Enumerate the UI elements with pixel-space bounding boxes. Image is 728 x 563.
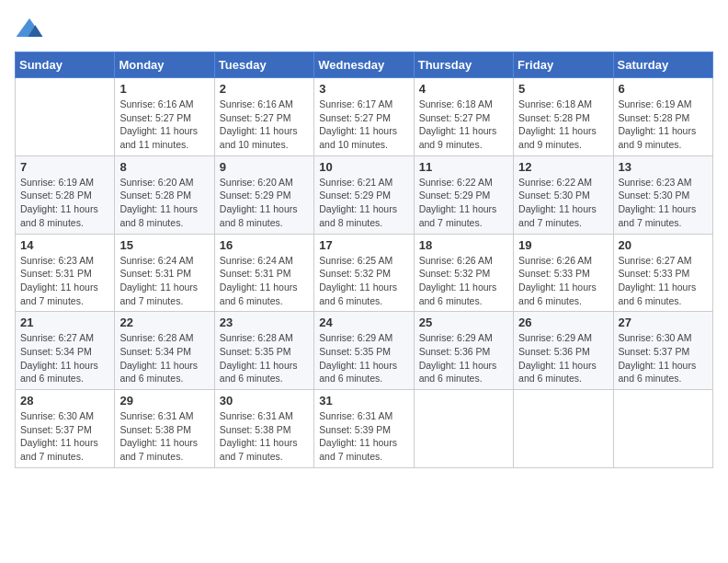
day-cell: 5Sunrise: 6:18 AM Sunset: 5:28 PM Daylig… xyxy=(514,78,613,156)
day-info: Sunrise: 6:16 AM Sunset: 5:27 PM Dayligh… xyxy=(119,98,209,152)
day-cell: 26Sunrise: 6:29 AM Sunset: 5:36 PM Dayli… xyxy=(514,312,613,390)
day-info: Sunrise: 6:29 AM Sunset: 5:36 PM Dayligh… xyxy=(518,331,608,385)
logo xyxy=(15,15,48,44)
day-number: 6 xyxy=(619,82,708,96)
day-info: Sunrise: 6:24 AM Sunset: 5:31 PM Dayligh… xyxy=(220,254,309,308)
day-info: Sunrise: 6:26 AM Sunset: 5:33 PM Dayligh… xyxy=(518,254,608,308)
day-info: Sunrise: 6:26 AM Sunset: 5:32 PM Dayligh… xyxy=(419,254,508,308)
day-number: 15 xyxy=(119,238,209,252)
day-cell: 14Sunrise: 6:23 AM Sunset: 5:31 PM Dayli… xyxy=(16,234,115,312)
day-cell xyxy=(514,390,613,468)
day-cell: 28Sunrise: 6:30 AM Sunset: 5:37 PM Dayli… xyxy=(16,390,115,468)
day-cell: 4Sunrise: 6:18 AM Sunset: 5:27 PM Daylig… xyxy=(414,78,513,156)
header-row: SundayMondayTuesdayWednesdayThursdayFrid… xyxy=(16,52,713,78)
calendar-table: SundayMondayTuesdayWednesdayThursdayFrid… xyxy=(15,52,713,468)
day-info: Sunrise: 6:30 AM Sunset: 5:37 PM Dayligh… xyxy=(20,409,109,464)
day-info: Sunrise: 6:23 AM Sunset: 5:31 PM Dayligh… xyxy=(20,254,109,308)
header-cell-sunday: Sunday xyxy=(16,52,115,78)
day-number: 21 xyxy=(20,316,109,329)
day-number: 5 xyxy=(518,82,608,96)
day-cell: 12Sunrise: 6:22 AM Sunset: 5:30 PM Dayli… xyxy=(514,155,613,234)
day-number: 10 xyxy=(319,160,408,174)
day-cell: 18Sunrise: 6:26 AM Sunset: 5:32 PM Dayli… xyxy=(414,234,513,312)
header-cell-friday: Friday xyxy=(514,52,613,78)
day-number: 8 xyxy=(119,160,209,174)
day-info: Sunrise: 6:27 AM Sunset: 5:33 PM Dayligh… xyxy=(619,254,708,308)
day-number: 29 xyxy=(119,394,209,408)
day-cell: 1Sunrise: 6:16 AM Sunset: 5:27 PM Daylig… xyxy=(115,78,214,156)
day-cell: 9Sunrise: 6:20 AM Sunset: 5:29 PM Daylig… xyxy=(214,155,313,234)
day-number: 24 xyxy=(319,316,408,329)
day-cell: 27Sunrise: 6:30 AM Sunset: 5:37 PM Dayli… xyxy=(613,312,712,390)
day-cell: 22Sunrise: 6:28 AM Sunset: 5:34 PM Dayli… xyxy=(115,312,214,390)
day-number: 25 xyxy=(419,316,508,329)
week-row-4: 21Sunrise: 6:27 AM Sunset: 5:34 PM Dayli… xyxy=(16,312,713,390)
header-cell-wednesday: Wednesday xyxy=(314,52,414,78)
day-number: 22 xyxy=(119,316,209,329)
day-cell: 13Sunrise: 6:23 AM Sunset: 5:30 PM Dayli… xyxy=(613,155,712,234)
day-number: 12 xyxy=(518,160,608,174)
day-info: Sunrise: 6:20 AM Sunset: 5:28 PM Dayligh… xyxy=(119,176,209,230)
day-info: Sunrise: 6:29 AM Sunset: 5:35 PM Dayligh… xyxy=(319,331,408,385)
day-number: 4 xyxy=(419,82,508,96)
day-cell: 17Sunrise: 6:25 AM Sunset: 5:32 PM Dayli… xyxy=(314,234,414,312)
day-cell: 15Sunrise: 6:24 AM Sunset: 5:31 PM Dayli… xyxy=(115,234,214,312)
day-number: 16 xyxy=(220,238,309,252)
day-cell: 19Sunrise: 6:26 AM Sunset: 5:33 PM Dayli… xyxy=(514,234,613,312)
day-info: Sunrise: 6:25 AM Sunset: 5:32 PM Dayligh… xyxy=(319,254,408,308)
day-number: 17 xyxy=(319,238,408,252)
day-info: Sunrise: 6:27 AM Sunset: 5:34 PM Dayligh… xyxy=(20,331,109,385)
day-info: Sunrise: 6:18 AM Sunset: 5:27 PM Dayligh… xyxy=(419,98,508,152)
day-number: 23 xyxy=(220,316,309,329)
week-row-1: 1Sunrise: 6:16 AM Sunset: 5:27 PM Daylig… xyxy=(16,78,713,156)
day-number: 19 xyxy=(518,238,608,252)
header xyxy=(15,15,713,44)
week-row-3: 14Sunrise: 6:23 AM Sunset: 5:31 PM Dayli… xyxy=(16,234,713,312)
day-cell: 29Sunrise: 6:31 AM Sunset: 5:38 PM Dayli… xyxy=(115,390,214,468)
day-cell: 10Sunrise: 6:21 AM Sunset: 5:29 PM Dayli… xyxy=(314,155,414,234)
day-cell: 11Sunrise: 6:22 AM Sunset: 5:29 PM Dayli… xyxy=(414,155,513,234)
day-number: 14 xyxy=(20,238,109,252)
day-number: 20 xyxy=(619,238,708,252)
day-number: 27 xyxy=(619,316,708,329)
day-info: Sunrise: 6:28 AM Sunset: 5:35 PM Dayligh… xyxy=(220,331,309,385)
header-cell-monday: Monday xyxy=(115,52,214,78)
day-info: Sunrise: 6:24 AM Sunset: 5:31 PM Dayligh… xyxy=(119,254,209,308)
day-cell xyxy=(16,78,115,156)
day-info: Sunrise: 6:30 AM Sunset: 5:37 PM Dayligh… xyxy=(619,331,708,385)
day-number: 18 xyxy=(419,238,508,252)
day-number: 30 xyxy=(220,394,309,408)
day-info: Sunrise: 6:21 AM Sunset: 5:29 PM Dayligh… xyxy=(319,176,408,230)
day-cell: 24Sunrise: 6:29 AM Sunset: 5:35 PM Dayli… xyxy=(314,312,414,390)
day-cell: 23Sunrise: 6:28 AM Sunset: 5:35 PM Dayli… xyxy=(214,312,313,390)
day-cell: 30Sunrise: 6:31 AM Sunset: 5:38 PM Dayli… xyxy=(214,390,313,468)
logo-icon xyxy=(15,15,44,44)
day-info: Sunrise: 6:28 AM Sunset: 5:34 PM Dayligh… xyxy=(119,331,209,385)
day-number: 2 xyxy=(220,82,309,96)
day-info: Sunrise: 6:16 AM Sunset: 5:27 PM Dayligh… xyxy=(220,98,309,152)
day-number: 13 xyxy=(619,160,708,174)
day-number: 1 xyxy=(119,82,209,96)
day-info: Sunrise: 6:31 AM Sunset: 5:39 PM Dayligh… xyxy=(319,409,408,464)
day-number: 7 xyxy=(20,160,109,174)
day-info: Sunrise: 6:17 AM Sunset: 5:27 PM Dayligh… xyxy=(319,98,408,152)
week-row-2: 7Sunrise: 6:19 AM Sunset: 5:28 PM Daylig… xyxy=(16,155,713,234)
day-info: Sunrise: 6:19 AM Sunset: 5:28 PM Dayligh… xyxy=(20,176,109,230)
header-cell-saturday: Saturday xyxy=(613,52,712,78)
day-number: 28 xyxy=(20,394,109,408)
day-cell: 31Sunrise: 6:31 AM Sunset: 5:39 PM Dayli… xyxy=(314,390,414,468)
day-cell: 20Sunrise: 6:27 AM Sunset: 5:33 PM Dayli… xyxy=(613,234,712,312)
day-cell: 7Sunrise: 6:19 AM Sunset: 5:28 PM Daylig… xyxy=(16,155,115,234)
week-row-5: 28Sunrise: 6:30 AM Sunset: 5:37 PM Dayli… xyxy=(16,390,713,468)
header-cell-thursday: Thursday xyxy=(414,52,513,78)
day-info: Sunrise: 6:23 AM Sunset: 5:30 PM Dayligh… xyxy=(619,176,708,230)
day-info: Sunrise: 6:22 AM Sunset: 5:30 PM Dayligh… xyxy=(518,176,608,230)
day-info: Sunrise: 6:20 AM Sunset: 5:29 PM Dayligh… xyxy=(220,176,309,230)
day-cell: 25Sunrise: 6:29 AM Sunset: 5:36 PM Dayli… xyxy=(414,312,513,390)
day-info: Sunrise: 6:18 AM Sunset: 5:28 PM Dayligh… xyxy=(518,98,608,152)
day-number: 26 xyxy=(518,316,608,329)
day-info: Sunrise: 6:22 AM Sunset: 5:29 PM Dayligh… xyxy=(419,176,508,230)
day-cell: 6Sunrise: 6:19 AM Sunset: 5:28 PM Daylig… xyxy=(613,78,712,156)
day-number: 3 xyxy=(319,82,408,96)
day-cell: 16Sunrise: 6:24 AM Sunset: 5:31 PM Dayli… xyxy=(214,234,313,312)
